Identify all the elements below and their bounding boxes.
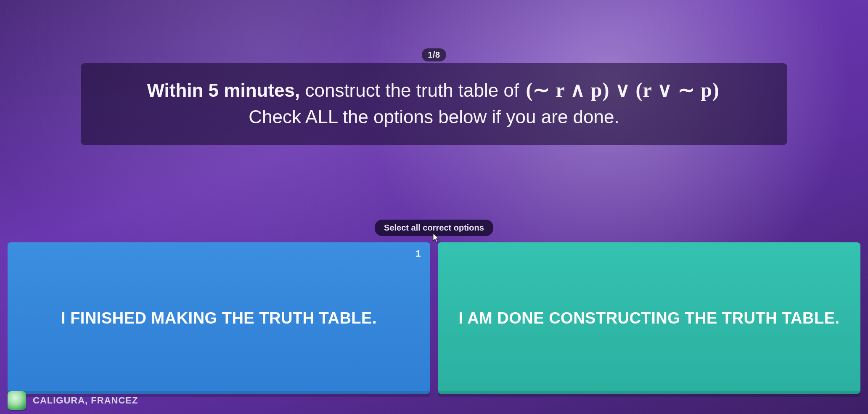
answer-option-1-key: 1 <box>415 248 421 259</box>
player-avatar[interactable] <box>8 391 26 410</box>
question-panel: Within 5 minutes, construct the truth ta… <box>81 63 787 145</box>
answer-option-1[interactable]: 1 I FINISHED MAKING THE TRUTH TABLE. <box>8 242 430 394</box>
answer-options: 1 I FINISHED MAKING THE TRUTH TABLE. 2 I… <box>8 242 860 394</box>
question-prefix-rest: construct the truth table of <box>300 80 524 101</box>
question-prefix-bold: Within 5 minutes, <box>147 80 300 101</box>
answer-option-2-label: I AM DONE CONSTRUCTING THE TRUTH TABLE. <box>458 309 839 327</box>
answer-option-2[interactable]: 2 I AM DONE CONSTRUCTING THE TRUTH TABLE… <box>438 242 860 394</box>
question-line-1: Within 5 minutes, construct the truth ta… <box>98 76 770 104</box>
quiz-stage: 1/8 Within 5 minutes, construct the trut… <box>0 0 868 414</box>
question-counter-badge: 1/8 <box>422 48 446 61</box>
question-line-2: Check ALL the options below if you are d… <box>98 104 770 130</box>
player-name: CALIGURA, FRANCEZ <box>33 395 138 406</box>
question-formula: (∼ r ∧ p) ∨ (r ∨ ∼ p) <box>524 79 721 101</box>
select-all-hint: Select all correct options <box>375 220 493 236</box>
player-footer: CALIGURA, FRANCEZ <box>8 390 860 411</box>
answer-option-1-label: I FINISHED MAKING THE TRUTH TABLE. <box>61 309 377 327</box>
